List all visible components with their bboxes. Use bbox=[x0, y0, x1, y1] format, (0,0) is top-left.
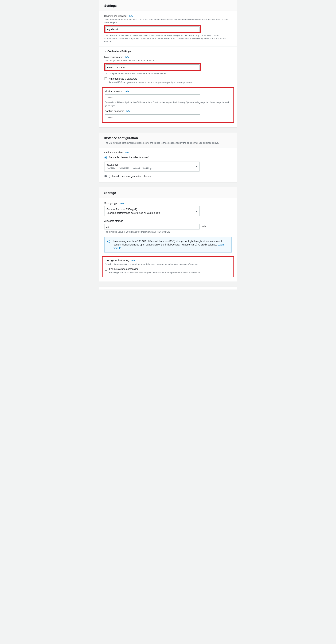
prev-gen-toggle[interactable] bbox=[104, 175, 110, 178]
instance-vcpu: 2 vCPUs bbox=[106, 167, 115, 170]
db-identifier-constraint: The DB instance identifier is case-insen… bbox=[104, 34, 232, 43]
credentials-toggle[interactable]: Credentials Settings bbox=[104, 50, 232, 53]
autoscaling-sub: Provides dynamic scaling support for you… bbox=[105, 263, 231, 266]
caret-down-icon bbox=[104, 51, 106, 52]
master-username-field: Master username Info Type a login ID for… bbox=[104, 56, 232, 84]
instance-config-subtitle: The DB instance configuration options be… bbox=[104, 141, 232, 144]
storage-type-select[interactable]: General Purpose SSD (gp2) Baseline perfo… bbox=[104, 206, 200, 216]
allocated-storage-input[interactable] bbox=[104, 224, 200, 230]
autoscaling-highlight: Storage autoscaling Info Provides dynami… bbox=[102, 256, 234, 277]
storage-alert-text: Provisioning less than 100 GiB of Genera… bbox=[113, 240, 223, 246]
info-link[interactable]: Info bbox=[126, 110, 130, 113]
confirm-password-label: Confirm password bbox=[105, 110, 124, 113]
master-password-label: Master password bbox=[105, 90, 123, 93]
chevron-down-icon bbox=[195, 166, 198, 167]
external-link-icon bbox=[119, 247, 122, 249]
instance-config-panel: Instance configuration The DB instance c… bbox=[99, 132, 237, 182]
highlight-red bbox=[104, 63, 201, 71]
allocated-storage-label: Allocated storage bbox=[104, 219, 123, 223]
instance-ram: 2 GiB RAM bbox=[118, 167, 129, 170]
storage-header: Storage bbox=[100, 187, 236, 198]
db-identifier-label: DB instance identifier bbox=[104, 14, 127, 18]
instance-config-title: Instance configuration bbox=[104, 136, 232, 140]
burstable-radio[interactable] bbox=[104, 156, 107, 159]
info-link[interactable]: Info bbox=[120, 202, 124, 205]
master-username-label: Master username bbox=[104, 56, 123, 59]
autogen-password-sub: Amazon RDS can generate a password for y… bbox=[109, 81, 193, 84]
autoscaling-title: Storage autoscaling bbox=[105, 258, 129, 262]
instance-config-header: Instance configuration The DB instance c… bbox=[100, 132, 236, 148]
enable-autoscaling-label: Enable storage autoscaling bbox=[109, 268, 201, 271]
storage-title: Storage bbox=[104, 191, 232, 195]
info-link[interactable]: Info bbox=[125, 56, 129, 59]
info-link[interactable]: Info bbox=[131, 259, 135, 262]
info-link[interactable]: Info bbox=[125, 151, 129, 154]
highlight-red bbox=[104, 26, 201, 33]
burstable-label: Burstable classes (includes t classes) bbox=[109, 156, 149, 159]
instance-class-label: DB instance class bbox=[104, 151, 124, 154]
info-link[interactable]: Info bbox=[125, 90, 129, 93]
chevron-down-icon bbox=[195, 211, 198, 212]
instance-class-select[interactable]: db.t3.small 2 vCPUs 2 GiB RAM Network: 2… bbox=[104, 162, 200, 171]
settings-header: Settings bbox=[100, 0, 236, 11]
storage-type-label: Storage type bbox=[104, 202, 118, 205]
confirm-password-input[interactable] bbox=[105, 114, 200, 120]
credentials-header-label: Credentials Settings bbox=[108, 50, 131, 53]
storage-type-sub: Baseline performance determined by volum… bbox=[106, 211, 160, 215]
password-highlight-block: Master password Info Constraints: At lea… bbox=[102, 87, 234, 123]
instance-class-value: db.t3.small bbox=[106, 163, 156, 166]
master-username-input[interactable] bbox=[105, 64, 200, 70]
allocated-storage-constraint: The minimum value is 20 GiB and the maxi… bbox=[104, 230, 232, 234]
storage-panel: Storage Storage type Info General Purpos… bbox=[99, 187, 237, 282]
instance-network: Network: 2,085 Mbps bbox=[133, 167, 152, 170]
storage-type-value: General Purpose SSD (gp2) bbox=[106, 208, 160, 211]
master-password-input[interactable] bbox=[105, 94, 200, 100]
db-identifier-input[interactable] bbox=[105, 26, 200, 32]
next-panel-peek bbox=[99, 286, 237, 290]
enable-autoscaling-sub: Enabling this feature will allow the sto… bbox=[109, 271, 201, 274]
autogen-password-label: Auto generate a password bbox=[109, 77, 193, 80]
master-username-constraint: 1 to 16 alphanumeric characters. First c… bbox=[104, 72, 232, 75]
storage-unit: GiB bbox=[202, 225, 206, 228]
enable-autoscaling-checkbox[interactable] bbox=[105, 268, 108, 270]
settings-panel: Settings DB instance identifier Info Typ… bbox=[99, 0, 237, 128]
info-link[interactable]: Info bbox=[129, 15, 133, 18]
settings-title: Settings bbox=[104, 4, 232, 8]
info-icon: i bbox=[107, 240, 110, 243]
prev-gen-label: Include previous generation classes bbox=[112, 174, 151, 178]
db-identifier-field: DB instance identifier Info Type a name … bbox=[104, 14, 232, 43]
master-username-help: Type a login ID for the master user of y… bbox=[104, 59, 232, 62]
autogen-password-checkbox[interactable] bbox=[104, 78, 107, 80]
db-identifier-help: Type a name for your DB instance. The na… bbox=[104, 18, 232, 24]
storage-alert: i Provisioning less than 100 GiB of Gene… bbox=[104, 237, 232, 252]
master-password-constraint: Constraints: At least 8 printable ASCII … bbox=[105, 101, 231, 107]
